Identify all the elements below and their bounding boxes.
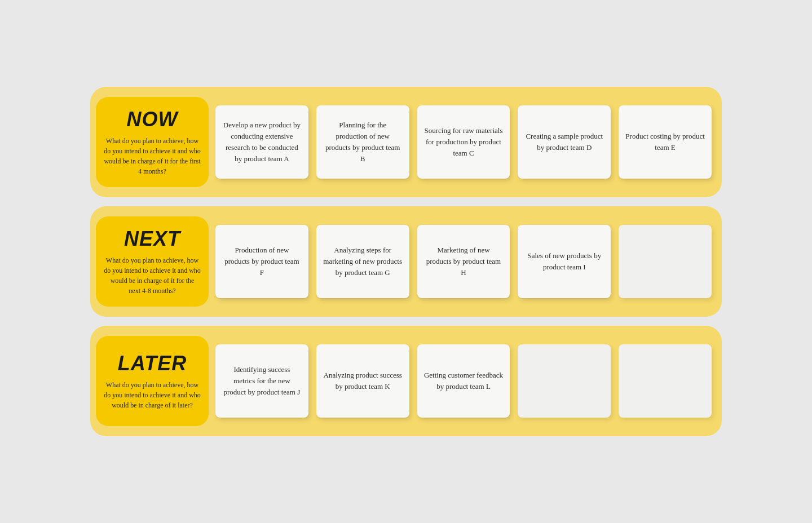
card-next-2[interactable]: Marketing of new products by product tea… [417,225,510,298]
row-later: LATERWhat do you plan to achieve, how do… [90,326,722,436]
card-later-0[interactable]: Identifying success metrics for the new … [215,344,308,418]
row-label-now: NOWWhat do you plan to achieve, how do y… [96,97,209,187]
card-next-4[interactable] [619,225,712,298]
card-text-next-3: Sales of new products by product team I [524,250,604,273]
card-next-1[interactable]: Analyzing steps for marketing of new pro… [316,225,409,298]
card-next-3[interactable]: Sales of new products by product team I [518,225,611,298]
card-text-now-4: Product costing by product team E [625,131,705,153]
cards-container-later: Identifying success metrics for the new … [215,344,712,418]
card-text-next-0: Production of new products by product te… [222,245,302,278]
card-later-3[interactable] [518,344,611,418]
row-title-next: NEXT [124,227,180,251]
card-now-0[interactable]: Develop a new product by conducting exte… [215,105,308,179]
row-description-next: What do you plan to achieve, how do you … [104,255,201,296]
card-later-4[interactable] [619,344,712,418]
card-text-now-2: Sourcing for raw materials for productio… [424,125,504,159]
card-next-0[interactable]: Production of new products by product te… [215,225,308,298]
card-text-now-1: Planning for the production of new produ… [323,119,403,165]
card-now-3[interactable]: Creating a sample product by product tea… [518,105,611,179]
roadmap-board: NOWWhat do you plan to achieve, how do y… [68,64,744,459]
row-description-now: What do you plan to achieve, how do you … [104,136,201,176]
card-text-later-2: Getting customer feedback by product tea… [424,370,504,392]
card-now-4[interactable]: Product costing by product team E [619,105,712,179]
row-now: NOWWhat do you plan to achieve, how do y… [90,87,722,197]
row-title-later: LATER [118,352,187,375]
card-now-1[interactable]: Planning for the production of new produ… [316,105,409,179]
card-text-now-3: Creating a sample product by product tea… [524,131,604,153]
row-title-now: NOW [127,108,178,131]
card-text-later-0: Identifying success metrics for the new … [222,364,302,398]
row-label-later: LATERWhat do you plan to achieve, how do… [96,336,209,426]
card-text-later-1: Analyzing product success by product tea… [323,370,403,392]
card-now-2[interactable]: Sourcing for raw materials for productio… [417,105,510,179]
card-text-next-2: Marketing of new products by product tea… [424,245,504,278]
cards-container-now: Develop a new product by conducting exte… [215,105,712,179]
cards-container-next: Production of new products by product te… [215,225,712,298]
card-text-now-0: Develop a new product by conducting exte… [222,119,302,165]
card-later-1[interactable]: Analyzing product success by product tea… [316,344,409,418]
card-text-next-1: Analyzing steps for marketing of new pro… [323,245,403,278]
row-description-later: What do you plan to achieve, how do you … [104,380,201,410]
row-label-next: NEXTWhat do you plan to achieve, how do … [96,216,209,307]
card-later-2[interactable]: Getting customer feedback by product tea… [417,344,510,418]
row-next: NEXTWhat do you plan to achieve, how do … [90,206,722,317]
